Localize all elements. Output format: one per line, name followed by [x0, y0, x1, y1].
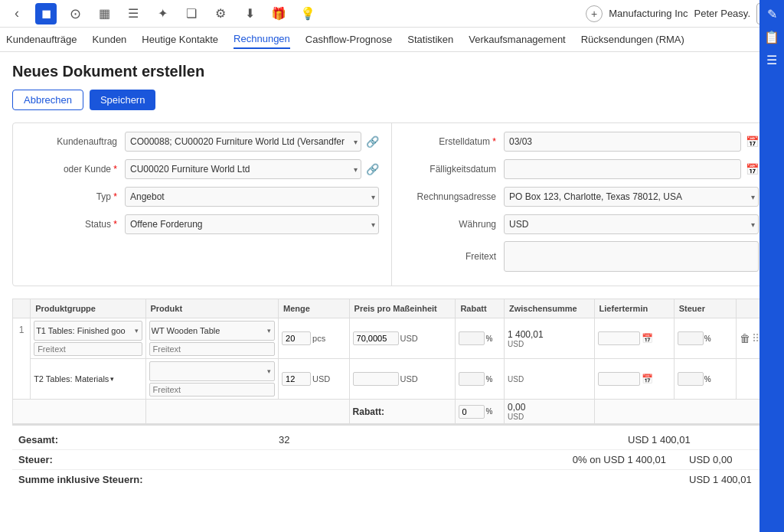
cell-preis-1: USD	[349, 318, 456, 359]
steuer-row: Steuer: 0% on USD 1 400,01 USD 0,00	[12, 450, 772, 470]
select-rechnungsadresse[interactable]: PO Box 123, Charlotte, Texas 78012, USA	[504, 187, 759, 207]
cancel-button[interactable]: Abbrechen	[12, 90, 83, 110]
input-preis-2[interactable]	[353, 372, 399, 386]
select-produkt-2[interactable]	[149, 361, 276, 381]
select-kundenauftrag[interactable]: CO00088; CU00020 Furniture World Ltd (Ve…	[125, 132, 361, 152]
input-rabatt-2[interactable]	[459, 372, 485, 386]
select-produkt-1[interactable]: WT Wooden Table	[149, 321, 276, 341]
calendar-liefer-1[interactable]: 📅	[642, 333, 653, 344]
input-rabatt-1[interactable]	[459, 331, 485, 345]
plus-button[interactable]: +	[586, 5, 603, 22]
col-header-rabatt: Rabatt	[456, 299, 505, 318]
menu-heutige-kontakte[interactable]: Heutige Kontakte	[142, 31, 218, 48]
pg-2-text: T2 Tables: Materials	[34, 374, 109, 383]
form-left: Kundenauftrag CO00088; CU00020 Furniture…	[13, 123, 392, 286]
table-row: 1 T1 Tables: Finished goo ▾	[13, 318, 772, 359]
select-waehrung[interactable]: USD	[504, 214, 759, 234]
steuer-suffix-1: %	[704, 335, 711, 343]
input-faelligkeit[interactable]	[504, 159, 741, 179]
action-buttons: Abbrechen Speichern	[12, 90, 772, 110]
calendar-icon-erstelldatum[interactable]: 📅	[746, 135, 759, 148]
table-header-row: Produktgruppe Produkt Menge Preis pro Ma…	[13, 299, 772, 318]
nav-icon-4[interactable]: ☰	[122, 3, 144, 24]
label-status: Status *	[25, 219, 125, 230]
main-content: Neues Dokument erstellen Abbrechen Speic…	[0, 52, 784, 532]
sidebar-btn-2[interactable]: 📋	[761, 26, 782, 47]
nav-icon-2[interactable]: ⊙	[64, 3, 86, 24]
input-erstelldatum[interactable]	[504, 132, 741, 152]
cell-liefer-2: 📅	[594, 359, 674, 400]
label-typ: Typ *	[25, 191, 125, 202]
freitext-pg-1[interactable]	[34, 342, 142, 356]
control-faelligkeit: 📅	[504, 159, 759, 179]
input-liefer-1[interactable]	[598, 331, 640, 345]
menu-statistiken[interactable]: Statistiken	[407, 31, 453, 48]
link-icon-kunde[interactable]: 🔗	[366, 163, 379, 175]
control-rechnungsadresse: PO Box 123, Charlotte, Texas 78012, USA …	[504, 187, 759, 207]
select-produktgruppe-1[interactable]: T1 Tables: Finished goo	[34, 321, 142, 341]
gesamt-row: Gesamt: 32 USD 1 400,01	[12, 430, 772, 450]
label-erstelldatum: Erstelldatum *	[404, 136, 504, 147]
form-row-status: Status * Offene Forderung ▾	[25, 214, 379, 235]
delete-row-1[interactable]: 🗑	[740, 332, 750, 344]
control-freitext	[504, 241, 759, 272]
select-product-2-wrapper: ▾	[149, 361, 276, 381]
menu-cashflow[interactable]: Cashflow-Prognose	[305, 31, 392, 48]
menu-verkauf[interactable]: Verkaufsmanagement	[469, 31, 565, 48]
col-header-produkt: Produkt	[145, 299, 279, 318]
calendar-liefer-2[interactable]: 📅	[642, 374, 653, 384]
nav-icon-9[interactable]: 🎁	[268, 3, 289, 24]
save-button[interactable]: Speichern	[90, 90, 156, 110]
form-row-freitext: Freitext	[404, 241, 759, 272]
gesamt-value: USD 1 400,01	[628, 434, 766, 446]
nav-icon-10[interactable]: 💡	[297, 3, 318, 24]
nav-icon-3[interactable]: ▦	[93, 3, 115, 24]
cell-rabatt-total: Rabatt:	[349, 400, 456, 424]
input-liefer-2[interactable]	[598, 372, 640, 386]
input-preis-1[interactable]	[353, 331, 399, 345]
back-icon[interactable]: ‹	[6, 3, 28, 24]
rabatt-suffix-1: %	[485, 335, 492, 343]
input-menge-1[interactable]	[282, 331, 311, 345]
nav-icon-8[interactable]: ⬇	[239, 3, 260, 24]
sidebar-btn-1[interactable]: ✎	[761, 3, 782, 24]
nav-icon-6[interactable]: ❏	[181, 3, 202, 24]
steuer-base: 0% on USD 1 400,01	[490, 454, 689, 465]
freitext-prod-2[interactable]	[149, 383, 276, 397]
menu-ruecksendungen[interactable]: Rücksendungen (RMA)	[581, 31, 684, 48]
drag-row-1[interactable]: ⠿	[752, 332, 760, 344]
freitext-prod-1[interactable]	[149, 342, 276, 356]
label-faelligkeit: Fälligkeitsdatum	[404, 164, 504, 175]
input-steuer-1[interactable]	[678, 331, 704, 345]
steuer-label: Steuer:	[18, 454, 95, 465]
input-menge-2[interactable]	[282, 372, 311, 386]
input-rabatt-total[interactable]	[459, 405, 485, 419]
menu-kunden[interactable]: Kunden	[93, 31, 127, 48]
sidebar-btn-3[interactable]: ☰	[761, 49, 782, 70]
select-kundenauftrag-wrapper: CO00088; CU00020 Furniture World Ltd (Ve…	[125, 132, 361, 152]
menu-rechnungen[interactable]: Rechnungen	[234, 30, 290, 49]
nav-icon-7[interactable]: ⚙	[210, 3, 231, 24]
col-header-steuer: Steuer	[674, 299, 736, 318]
nav-icon-5[interactable]: ✦	[152, 3, 173, 24]
cell-produktgruppe-1: T1 Tables: Finished goo ▾	[31, 318, 145, 359]
top-nav-icons: ‹ ◼ ⊙ ▦ ☰ ✦ ❏ ⚙ ⬇ 🎁 💡	[6, 3, 586, 24]
summary-rabatt-end	[594, 400, 771, 424]
calendar-icon-faelligkeit[interactable]: 📅	[746, 163, 759, 175]
select-kunde[interactable]: CU00020 Furniture World Ltd	[125, 159, 361, 179]
menu-kundenauftraege[interactable]: Kundenaufträge	[6, 31, 77, 48]
select-typ[interactable]: Angebot	[125, 187, 379, 207]
currency-1: USD	[400, 334, 418, 343]
rabatt-total-value: 0,00	[508, 402, 591, 413]
select-status[interactable]: Offene Forderung	[125, 214, 379, 234]
col-header-preis: Preis pro Maßeinheit	[349, 299, 456, 318]
textarea-freitext[interactable]	[504, 241, 759, 272]
pg-2-arrow[interactable]: ▾	[110, 375, 114, 383]
summe-value: USD 1 400,01	[689, 474, 766, 485]
select-status-wrapper: Offene Forderung ▾	[125, 214, 379, 234]
nav-icon-1[interactable]: ◼	[35, 3, 57, 24]
control-status: Offene Forderung ▾	[125, 214, 379, 234]
row-num-1: 1	[13, 318, 31, 400]
input-steuer-2[interactable]	[678, 372, 704, 386]
link-icon-kundenauftrag[interactable]: 🔗	[366, 135, 379, 148]
